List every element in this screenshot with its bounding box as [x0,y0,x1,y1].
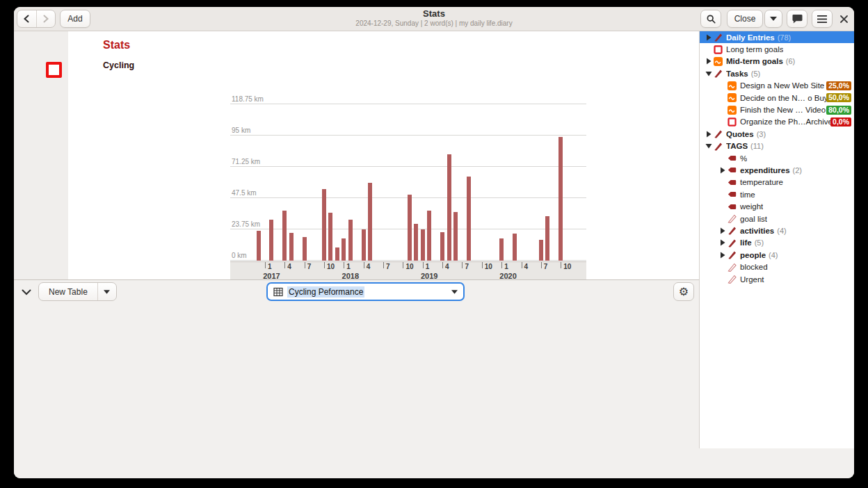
sidebar-item[interactable]: activities(4) [700,225,854,236]
sidebar-item-label: Daily Entries [726,33,775,42]
expander-spacer [718,154,728,163]
chart-bar [341,238,346,261]
chart-bar [257,231,261,261]
comment-button[interactable] [787,10,807,28]
expander-right-icon[interactable] [718,226,728,235]
sidebar-item[interactable]: life(5) [700,237,854,249]
search-button[interactable] [700,10,721,28]
sidebar-item[interactable]: blocked [700,261,854,273]
sidebar-item[interactable]: Mid-term goals(6) [700,56,854,67]
chevron-left-icon [23,15,30,23]
x-axis-tick [383,262,384,268]
sidebar-item[interactable]: % [700,152,854,164]
chart-bar [421,229,425,261]
expander-right-icon[interactable] [704,33,714,42]
chart-gridline [230,104,586,104]
comment-bubble-icon [792,14,803,24]
expander-down-icon[interactable] [704,142,714,151]
sidebar-item[interactable]: people(4) [700,249,854,261]
titlebar: Add Stats 2024-12-29, Sunday | 2 word(s)… [14,7,854,31]
chart-bar [440,232,444,261]
sidebar-item[interactable]: Tasks(5) [700,67,854,79]
x-axis-tick [265,262,266,268]
window-title: Stats [355,8,512,19]
sidebar-item[interactable]: Daily Entries(78) [700,31,854,43]
x-axis-tick [324,262,325,268]
forward-button[interactable] [36,10,56,27]
x-axis-month-label: 7 [307,263,312,270]
x-axis-tick [522,262,522,268]
sidebar-item[interactable]: Urgent [700,273,854,285]
expander-right-icon[interactable] [718,165,728,174]
expander-right-icon[interactable] [704,129,714,138]
x-axis-month-label: 4 [445,263,449,270]
sidebar-item[interactable]: goal list [700,213,854,225]
sidebar-item-label: activities [740,227,774,235]
sidebar-item[interactable]: time [700,188,854,200]
square-outline-icon [714,45,723,54]
sidebar-item-label: TAGS [726,142,748,150]
sidebar-item-label: time [740,190,755,199]
window-close-button[interactable] [835,10,852,28]
sidebar-item[interactable]: temperature [700,177,854,188]
expander-spacer [718,93,728,102]
new-table-dropdown-button[interactable] [97,283,116,300]
chevron-down-icon [22,289,31,295]
new-table-button[interactable]: New Table [39,283,97,300]
table-selector-combobox[interactable]: Cycling Peformance [266,282,465,301]
sidebar-item[interactable]: Long term goals [700,43,854,55]
pen-filled-icon [714,129,723,138]
x-axis-tick [364,262,364,268]
chart-bar [513,234,517,261]
x-axis-month-label: 1 [426,263,430,270]
add-button[interactable]: Add [60,10,90,28]
chart-bar [289,233,294,261]
close-entry-button[interactable]: Close [727,10,763,28]
x-axis-month-label: 1 [504,263,508,270]
expander-spacer [718,263,728,272]
sidebar-item[interactable]: weight [700,200,854,212]
wave-icon [728,93,737,102]
chart-bar [539,240,543,261]
sidebar-item[interactable]: Organize the Ph…Archive0,0% [700,116,854,128]
chart-bar [282,211,287,261]
close-entry-dropdown-button[interactable] [764,10,782,28]
sidebar-item-label: goal list [740,215,767,223]
chart-bar [362,229,366,261]
x-axis-month-label: 7 [465,263,469,270]
x-axis-tick [561,262,561,268]
expander-right-icon[interactable] [718,238,728,247]
sidebar-item[interactable]: expenditures(2) [700,164,854,176]
tag-icon [728,190,737,199]
sidebar-item-count: (11) [750,142,764,150]
sidebar-item-label: Finish the New … Video [740,106,826,114]
entry-content[interactable]: Stats Cycling 0 km23.75 km47.5 km71.25 k… [68,31,699,279]
new-table-label: New Table [49,287,88,297]
expander-right-icon[interactable] [718,250,728,259]
table-icon [273,287,283,297]
expander-down-icon[interactable] [704,69,714,78]
pen-outline-icon [728,263,737,272]
y-axis-tick-label: 118.75 km [232,95,264,103]
sidebar-item[interactable]: Decide on the N… o Buy50,0% [700,92,854,104]
panel-collapse-button[interactable] [19,284,34,300]
x-axis-tick [344,262,344,268]
sidebar-item-count: (4) [777,227,786,235]
x-axis-month-label: 7 [386,263,390,270]
menu-button[interactable] [812,10,833,28]
sidebar-item-label: Tasks [726,70,748,78]
pen-filled-icon [714,33,723,42]
sidebar-item-label: Quotes [726,130,754,138]
x-axis-tick [541,262,542,268]
x-axis-month-label: 10 [563,263,571,270]
sidebar-item[interactable]: Finish the New … Video80,0% [700,104,854,115]
x-axis-month-label: 4 [524,263,529,270]
table-settings-button[interactable]: ⚙ [673,282,694,301]
back-button[interactable] [17,10,36,27]
sidebar-item[interactable]: Quotes(3) [700,128,854,140]
sidebar-item[interactable]: TAGS(11) [700,140,854,152]
expander-spacer [718,106,728,115]
expander-right-icon[interactable] [704,57,714,66]
chart-gridline [230,166,586,167]
sidebar-item[interactable]: Design a New Web Site25,0% [700,80,854,92]
